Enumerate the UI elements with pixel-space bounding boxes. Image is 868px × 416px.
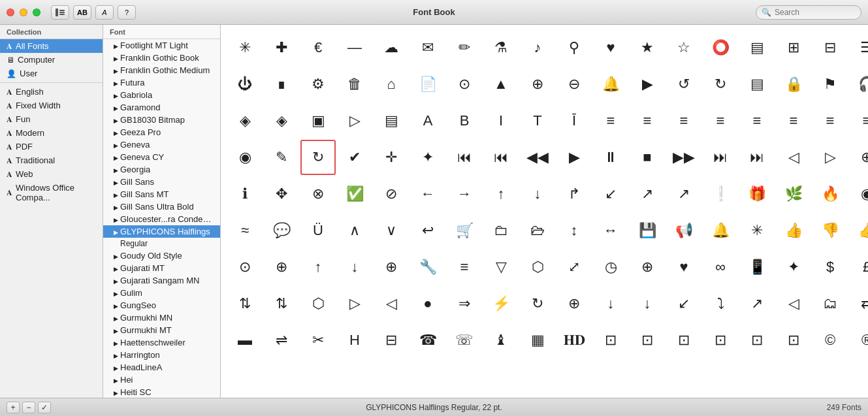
glyph-cell[interactable]: ⊡ bbox=[739, 323, 775, 358]
font-item[interactable]: ▶Gabriola bbox=[103, 89, 220, 101]
glyph-cell[interactable]: 🔔 bbox=[593, 67, 628, 102]
minimize-button[interactable] bbox=[20, 8, 27, 16]
glyph-cell[interactable]: ⇄ bbox=[849, 286, 868, 321]
font-item[interactable]: ▶GungSeo bbox=[103, 299, 220, 312]
glyph-cell[interactable]: ▷ bbox=[812, 140, 848, 175]
sidebar-toggle-button[interactable] bbox=[51, 5, 69, 20]
glyph-cell[interactable]: ⏮ bbox=[447, 140, 482, 175]
glyph-cell[interactable]: ✎ bbox=[264, 140, 299, 175]
glyph-cell[interactable]: ∧ bbox=[337, 213, 372, 248]
font-item[interactable]: ▶Geneva bbox=[103, 138, 220, 151]
glyph-cell[interactable]: ◷ bbox=[593, 249, 628, 285]
glyph-cell[interactable]: ⏸ bbox=[593, 140, 628, 175]
glyph-cell[interactable]: 🔒 bbox=[776, 67, 811, 102]
collection-item-user[interactable]: 👤User bbox=[0, 67, 103, 80]
glyph-cell[interactable]: ≡ bbox=[630, 103, 665, 138]
glyph-cell[interactable]: ↓ bbox=[337, 249, 372, 285]
font-info-button[interactable]: A bbox=[95, 5, 114, 20]
glyph-cell[interactable]: ⊞ bbox=[776, 30, 811, 65]
glyph-cell[interactable]: ⏻ bbox=[227, 67, 263, 102]
font-item[interactable]: ▶Franklin Gothic Medium bbox=[103, 64, 220, 76]
glyph-cell[interactable]: ⭕ bbox=[703, 30, 738, 65]
glyph-cell[interactable]: ⚗ bbox=[483, 30, 519, 65]
glyph-cell[interactable]: T bbox=[520, 103, 555, 138]
font-item[interactable]: ▶Gloucester...ra Condensed bbox=[103, 213, 220, 225]
collection-item-all-fonts[interactable]: 𝐀All Fonts bbox=[0, 39, 103, 53]
font-item[interactable]: ▶Goudy Old Style bbox=[103, 249, 220, 262]
glyph-cell[interactable]: ⊡ bbox=[593, 323, 628, 358]
glyph-cell[interactable]: ▽ bbox=[483, 249, 519, 285]
glyph-cell[interactable]: ↑ bbox=[483, 176, 519, 212]
glyph-cell[interactable]: 👍 bbox=[776, 213, 811, 248]
glyph-cell[interactable]: ☏ bbox=[447, 323, 482, 358]
glyph-cell[interactable]: ↻ bbox=[300, 140, 336, 175]
font-item[interactable]: ▶Franklin Gothic Book bbox=[103, 52, 220, 64]
glyph-cell[interactable]: ⊡ bbox=[666, 323, 701, 358]
glyph-cell[interactable]: ▶ bbox=[630, 67, 665, 102]
font-item[interactable]: ▶Footlight MT Light bbox=[103, 39, 220, 52]
font-item[interactable]: ▶Gulim bbox=[103, 287, 220, 299]
glyph-cell[interactable]: ≡ bbox=[812, 103, 848, 138]
glyph-cell[interactable]: ↗ bbox=[739, 286, 775, 321]
font-item[interactable]: ▶Futura bbox=[103, 76, 220, 89]
glyph-cell[interactable]: ◀◀ bbox=[520, 140, 555, 175]
glyph-cell[interactable]: ⇅ bbox=[264, 286, 299, 321]
glyph-cell[interactable]: ▤ bbox=[739, 30, 775, 65]
glyph-cell[interactable]: 🌿 bbox=[776, 176, 811, 212]
glyph-cell[interactable]: ⬡ bbox=[520, 249, 555, 285]
glyph-cell[interactable]: ® bbox=[849, 323, 868, 358]
glyph-cell[interactable]: 📱 bbox=[739, 249, 775, 285]
glyph-cell[interactable]: ✦ bbox=[776, 249, 811, 285]
glyph-cell[interactable]: ⇌ bbox=[264, 323, 299, 358]
font-item[interactable]: ▶Geeza Pro bbox=[103, 126, 220, 138]
glyph-cell[interactable]: ▦ bbox=[520, 323, 555, 358]
font-item[interactable]: ▶Geneva CY bbox=[103, 151, 220, 163]
glyph-cell[interactable]: ⏭ bbox=[739, 140, 775, 175]
collection-item-windows-office[interactable]: 𝐀Windows Office Compa... bbox=[0, 181, 103, 204]
glyph-cell[interactable]: ✥ bbox=[264, 176, 299, 212]
glyph-cell[interactable]: ≡ bbox=[666, 103, 701, 138]
glyph-cell[interactable]: ↱ bbox=[556, 176, 592, 212]
glyph-cell[interactable]: ◉ bbox=[227, 140, 263, 175]
glyph-cell[interactable]: → bbox=[447, 176, 482, 212]
glyph-cell[interactable]: 💬 bbox=[264, 213, 299, 248]
glyph-cell[interactable]: ⊕ bbox=[374, 249, 409, 285]
glyph-cell[interactable]: ✔ bbox=[337, 140, 372, 175]
glyph-cell[interactable]: ∎ bbox=[264, 67, 299, 102]
glyph-cell[interactable]: ⚡ bbox=[483, 286, 519, 321]
glyph-cell[interactable]: ✛ bbox=[374, 140, 409, 175]
glyph-cell[interactable]: 🎧 bbox=[849, 67, 868, 102]
glyph-cell[interactable]: ⇒ bbox=[447, 286, 482, 321]
help-button[interactable]: ? bbox=[118, 5, 136, 20]
glyph-cell[interactable]: ≡ bbox=[447, 249, 482, 285]
glyph-cell[interactable]: ☰ bbox=[849, 30, 868, 65]
glyph-cell[interactable]: ⌂ bbox=[374, 67, 409, 102]
glyph-cell[interactable]: B bbox=[447, 103, 482, 138]
glyph-cell[interactable]: 👍 bbox=[849, 213, 868, 248]
glyph-cell[interactable]: H bbox=[337, 323, 372, 358]
font-preview-button[interactable]: AB bbox=[73, 5, 91, 20]
glyph-cell[interactable]: I bbox=[483, 103, 519, 138]
glyph-cell[interactable]: ↺ bbox=[666, 67, 701, 102]
collection-item-web[interactable]: 𝐀Web bbox=[0, 167, 103, 181]
remove-font-button[interactable]: − bbox=[22, 402, 35, 413]
glyph-cell[interactable]: ⊡ bbox=[630, 323, 665, 358]
glyph-cell[interactable]: ⊕ bbox=[264, 249, 299, 285]
glyph-cell[interactable]: A bbox=[410, 103, 445, 138]
glyph-cell[interactable]: ⊖ bbox=[556, 67, 592, 102]
glyph-cell[interactable]: ⊡ bbox=[776, 323, 811, 358]
glyph-cell[interactable]: ⊗ bbox=[300, 176, 336, 212]
add-font-button[interactable]: + bbox=[7, 402, 20, 413]
glyph-cell[interactable]: ⊘ bbox=[374, 176, 409, 212]
glyph-cell[interactable]: — bbox=[337, 30, 372, 65]
collection-item-modern[interactable]: 𝐀Modern bbox=[0, 126, 103, 140]
collection-item-english[interactable]: 𝐀English bbox=[0, 85, 103, 99]
glyph-cell[interactable]: ⊕ bbox=[520, 67, 555, 102]
font-item[interactable]: ▶Gujarati Sangam MN bbox=[103, 274, 220, 287]
glyph-cell[interactable]: ❕ bbox=[703, 176, 738, 212]
glyph-cell[interactable]: £ bbox=[849, 249, 868, 285]
glyph-cell[interactable]: ≡ bbox=[593, 103, 628, 138]
glyph-cell[interactable]: ▣ bbox=[300, 103, 336, 138]
glyph-cell[interactable]: ↗ bbox=[666, 176, 701, 212]
glyph-cell[interactable]: 🔧 bbox=[410, 249, 445, 285]
